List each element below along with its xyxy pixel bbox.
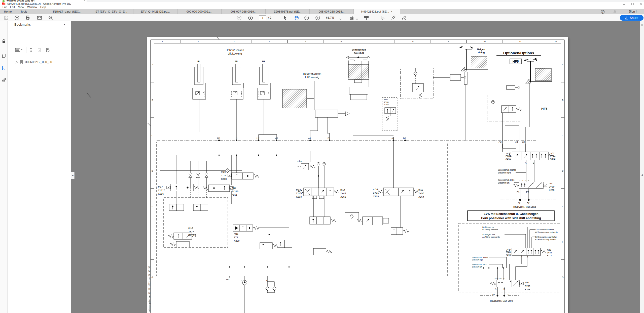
- valve-m17: m17 2Y117 X256: [158, 184, 199, 195]
- doc-tab-1[interactable]: ET [ETV_C_ETV_Q_E...: [89, 9, 133, 14]
- svg-text:X264: X264: [418, 195, 424, 198]
- doc-tab-2[interactable]: ETV_Q_0423 DE.pd...: [133, 9, 177, 14]
- svg-text:7: 7: [376, 40, 378, 43]
- highlight-pencil-icon[interactable]: [391, 15, 396, 20]
- page-thumbnails-icon[interactable]: [2, 54, 6, 58]
- vm-icon: [3, 0, 5, 2]
- doc-tab-close-icon[interactable]: ×: [391, 10, 392, 13]
- svg-text:H1: H1: [235, 137, 238, 140]
- svg-text:A2 Gabelzinken öffnen: A2 Gabelzinken öffnen: [535, 229, 554, 231]
- zoom-out-icon[interactable]: [304, 15, 309, 20]
- supply-piping: [199, 99, 405, 188]
- tools-strip-icon[interactable]: [641, 24, 643, 26]
- print-icon[interactable]: [25, 15, 30, 20]
- toolbar-divider: [375, 15, 375, 20]
- svg-text:A: A: [525, 161, 527, 164]
- share-button[interactable]: Share: [620, 15, 643, 21]
- delete-bookmark-trash-icon[interactable]: [29, 48, 33, 52]
- svg-text:P1: P1: [517, 191, 520, 193]
- menu-edit[interactable]: Edit: [10, 6, 15, 9]
- doc-tab-3[interactable]: 000 000 000 0021...: [177, 9, 222, 14]
- svg-text:m31: m31: [384, 99, 388, 101]
- previous-page-icon[interactable]: [237, 15, 242, 20]
- zoom-in-icon[interactable]: [315, 15, 320, 20]
- menu-view[interactable]: View: [18, 6, 24, 9]
- svg-text:B1 Neigen vor: B1 Neigen vor: [482, 226, 494, 228]
- tools-panel-strip: ◀: [640, 21, 644, 313]
- doc-tab-0[interactable]: INHALT_d.pdf (SEC...: [45, 9, 89, 14]
- svg-text:?: ?: [602, 11, 603, 13]
- notifications-bell-icon[interactable]: [613, 10, 617, 15]
- upload-cloud-icon[interactable]: [14, 15, 19, 20]
- svg-text:Seitenschub rechts: Seitenschub rechts: [472, 256, 488, 258]
- svg-text:T: T: [266, 279, 267, 282]
- doc-tab-5[interactable]: E99549678.pdf (SE...: [266, 9, 310, 14]
- svg-text:A2: A2: [492, 293, 495, 296]
- pdf-page[interactable]: 123456789101112 ABCDEFG ABCDEFG usüberga…: [147, 37, 568, 313]
- doc-tab-4[interactable]: 005 007 268 0019...: [222, 9, 266, 14]
- tab-home[interactable]: Home: [0, 9, 16, 14]
- minimize-button[interactable]: [620, 3, 628, 6]
- panel-collapse-arrow[interactable]: ◀: [71, 172, 75, 179]
- svg-text:2Y80: 2Y80: [384, 101, 389, 103]
- svg-text:X263: X263: [296, 195, 302, 198]
- svg-text:X261: X261: [232, 193, 237, 196]
- bookmark-list-item[interactable]: 300606212_000_00: [8, 60, 71, 65]
- svg-text:5: 5: [305, 40, 306, 43]
- divider: [26, 47, 26, 53]
- menu-window[interactable]: Window: [27, 6, 37, 9]
- chevron-right-icon[interactable]: [15, 61, 18, 64]
- svg-text:P: P: [241, 279, 242, 282]
- bookmarks-panel-icon[interactable]: [2, 66, 6, 70]
- fit-page-icon[interactable]: [349, 15, 354, 20]
- hand-tool-icon[interactable]: [294, 15, 299, 20]
- help-icon[interactable]: ?: [601, 10, 605, 15]
- page-number-input[interactable]: [259, 15, 266, 20]
- comment-icon[interactable]: [381, 15, 386, 20]
- svg-text:A: A: [495, 288, 496, 290]
- tools-expand-arrow[interactable]: ◀: [641, 174, 643, 176]
- svg-text:X268: X268: [549, 189, 554, 191]
- svg-text:m31: m31: [525, 281, 529, 284]
- fit-width-icon[interactable]: [364, 15, 369, 20]
- svg-text:2Y80: 2Y80: [525, 285, 530, 287]
- bookmarks-close-icon[interactable]: ×: [63, 22, 65, 26]
- search-icon[interactable]: [48, 15, 53, 20]
- sign-in-link[interactable]: Sign In: [629, 9, 638, 14]
- doc-tab-6[interactable]: 005 007 268 0015...: [310, 9, 354, 14]
- attachments-paperclip-icon[interactable]: [2, 78, 6, 82]
- svg-text:8: 8: [412, 40, 414, 43]
- svg-text:B: B: [533, 161, 534, 164]
- menu-help[interactable]: Help: [40, 6, 46, 9]
- sign-pen-icon[interactable]: [402, 15, 407, 20]
- select-tool-cursor-icon[interactable]: [283, 15, 288, 20]
- maximize-button[interactable]: [629, 3, 636, 6]
- svg-text:2Y81: 2Y81: [506, 155, 511, 157]
- svg-text:B1: B1: [328, 137, 331, 140]
- tab-tools[interactable]: Tools: [16, 9, 32, 14]
- svg-text:A2 Forks moving outwards: A2 Forks moving outwards: [535, 231, 558, 233]
- svg-text:2Y81: 2Y81: [506, 251, 511, 253]
- security-lock-icon[interactable]: [2, 39, 6, 43]
- fit-chevron-down-icon[interactable]: [355, 17, 361, 22]
- valve-m13-m14: m13 2Y45 X263 m14 2Y44 X262: [296, 188, 346, 199]
- vm-tab[interactable]: Windows 10 and 22h2 x64 ×: [0, 0, 87, 2]
- save-icon[interactable]: [4, 15, 9, 20]
- doc-tab-active[interactable]: H99423428.pdf (SE...×: [354, 9, 400, 14]
- add-bookmark-icon[interactable]: [37, 48, 42, 52]
- next-page-icon[interactable]: [248, 15, 253, 20]
- menu-file[interactable]: File: [3, 6, 7, 9]
- zoom-level-label[interactable]: 66.7%: [326, 16, 334, 19]
- close-button[interactable]: [637, 3, 644, 6]
- bookmark-expand-options-icon[interactable]: [46, 48, 50, 52]
- svg-text:A2: A2: [391, 137, 395, 140]
- valve-m10: m10 2Y23 X270: [168, 204, 208, 247]
- svg-text:B: B: [152, 99, 153, 101]
- zoom-chevron-down-icon[interactable]: [339, 17, 344, 22]
- tilt-group-option: [507, 58, 552, 152]
- bookmark-options-icon[interactable]: [15, 48, 20, 52]
- svg-text:2Y118: 2Y118: [232, 190, 238, 193]
- vm-tab-close-icon[interactable]: ×: [84, 0, 85, 2]
- svg-text:X268: X268: [384, 104, 389, 106]
- email-icon[interactable]: [37, 15, 42, 20]
